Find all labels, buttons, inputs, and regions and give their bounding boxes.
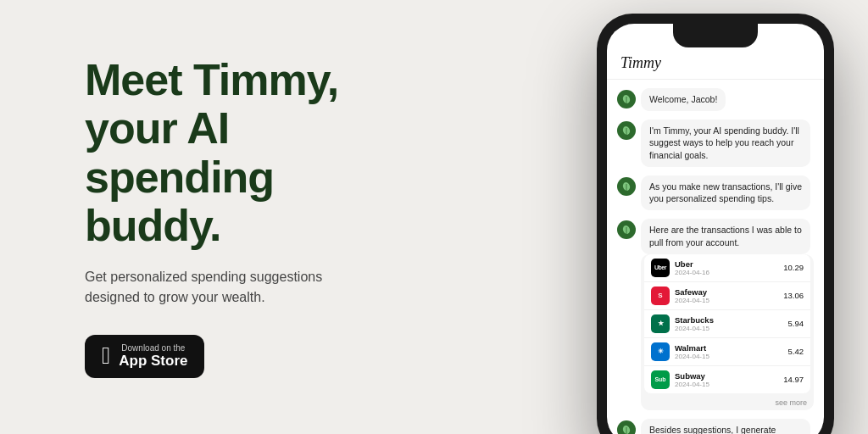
app-store-button[interactable]:  Download on the App Store xyxy=(85,335,204,378)
tx-walmart-name: Walmart xyxy=(675,343,783,353)
bubble-2: I'm Timmy, your AI spending buddy. I'll … xyxy=(641,120,810,167)
avatar-last xyxy=(617,420,636,435)
avatar-2 xyxy=(617,121,636,140)
last-message: Besides suggestions, I generate budgets.… xyxy=(617,419,814,435)
tx-subway-amount: 14.97 xyxy=(783,375,804,384)
avatar-3 xyxy=(617,177,636,196)
tx-uber: Uber Uber 2024-04-16 10.29 xyxy=(644,254,810,282)
subtitle: Get personalized spending suggestions de… xyxy=(85,267,373,308)
phone-wrapper: Timmy Welcome, Jacob! xyxy=(597,14,834,434)
transactions-bubble: Uber Uber 2024-04-16 10.29 S xyxy=(641,254,814,410)
app-store-text: Download on the App Store xyxy=(119,343,187,370)
chat-message-2: I'm Timmy, your AI spending buddy. I'll … xyxy=(617,120,814,167)
tx-subway-name: Subway xyxy=(675,371,778,381)
tx-safeway-amount: 13.06 xyxy=(783,291,804,300)
tx-starbucks-amount: 5.94 xyxy=(788,319,804,328)
transaction-list: Uber Uber 2024-04-16 10.29 S xyxy=(644,254,810,393)
tx-subway: Sub Subway 2024-04-15 14.97 xyxy=(644,366,810,393)
tx-safeway-name: Safeway xyxy=(675,287,778,297)
tx-starbucks-date: 2024-04-15 xyxy=(675,325,783,332)
tx-safeway-date: 2024-04-15 xyxy=(675,297,778,304)
tx-uber-name: Uber xyxy=(675,259,778,269)
starbucks-logo: ★ xyxy=(651,314,670,333)
chat-message-3: As you make new transactions, I'll give … xyxy=(617,175,814,210)
phone-screen: Timmy Welcome, Jacob! xyxy=(607,24,824,434)
chat-message-1: Welcome, Jacob! xyxy=(617,88,814,111)
bubble-1: Welcome, Jacob! xyxy=(641,88,726,111)
tx-intro-bubble: Here are the transactions I was able to … xyxy=(641,219,810,253)
walmart-logo: ✳ xyxy=(651,342,670,361)
chat-area: Welcome, Jacob! I'm Timmy, your AI spend… xyxy=(607,80,824,434)
left-section: Meet Timmy, your AI spending buddy. Get … xyxy=(0,56,407,378)
tx-starbucks: ★ Starbucks 2024-04-15 5.94 xyxy=(644,310,810,338)
avatar-1 xyxy=(617,90,636,108)
headline: Meet Timmy, your AI spending buddy. xyxy=(85,56,407,250)
subway-logo: Sub xyxy=(651,370,670,389)
last-bubble: Besides suggestions, I generate budgets.… xyxy=(641,419,810,435)
store-label: App Store xyxy=(119,353,187,370)
tx-subway-date: 2024-04-15 xyxy=(675,381,778,388)
tx-walmart: ✳ Walmart 2024-04-15 5.42 xyxy=(644,338,810,366)
transactions-section: Here are the transactions I was able to … xyxy=(617,219,814,409)
apple-icon:  xyxy=(102,344,110,368)
tx-uber-amount: 10.29 xyxy=(783,263,804,272)
uber-logo: Uber xyxy=(651,259,670,277)
bubble-3: As you make new transactions, I'll give … xyxy=(641,175,810,210)
phone-notch xyxy=(673,24,758,47)
tx-walmart-amount: 5.42 xyxy=(788,347,804,356)
safeway-logo: S xyxy=(651,287,670,305)
tx-starbucks-name: Starbucks xyxy=(675,315,783,325)
avatar-tx xyxy=(617,220,636,239)
phone-frame: Timmy Welcome, Jacob! xyxy=(597,14,834,434)
tx-safeway: S Safeway 2024-04-15 13.06 xyxy=(644,282,810,310)
tx-uber-date: 2024-04-16 xyxy=(675,269,778,276)
tx-walmart-date: 2024-04-15 xyxy=(675,353,783,360)
tx-intro-msg: Here are the transactions I was able to … xyxy=(617,219,814,253)
see-more[interactable]: see more xyxy=(641,397,814,410)
download-label: Download on the xyxy=(119,343,187,353)
